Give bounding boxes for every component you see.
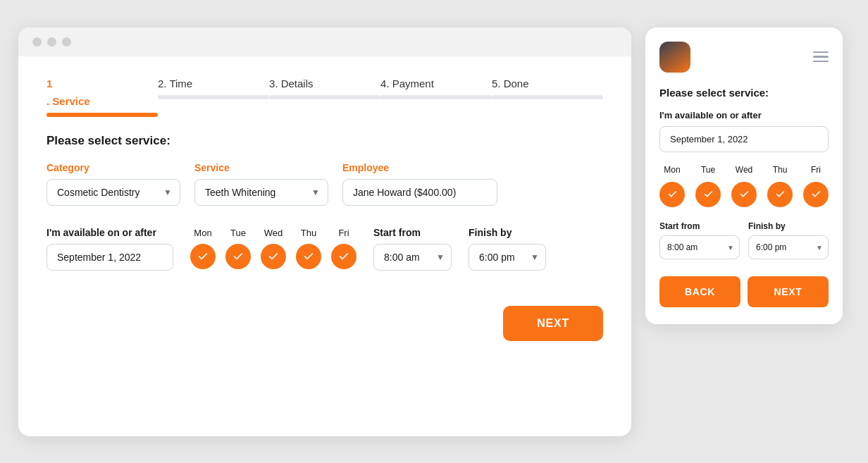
date-group: I'm available on or after: [46, 227, 173, 271]
step-5-bar: [492, 95, 603, 99]
step-4-label: 4. Payment: [380, 78, 492, 89]
step-2: 2. Time: [158, 78, 269, 117]
start-from-select-wrapper[interactable]: 6:00 am 7:00 am 8:00 am 9:00 am 10:00 am…: [373, 244, 452, 271]
sidebar-start-group: Start from 6:00 am 7:00 am 8:00 am 9:00 …: [659, 221, 740, 259]
category-select[interactable]: Cosmetic Dentistry General Dentistry Ort…: [46, 179, 180, 206]
day-label-mon: Mon: [190, 228, 216, 238]
step-3-bar: [269, 95, 380, 99]
days-group: Mon Tue Wed Thu Fri: [190, 228, 356, 269]
sidebar-time-row: Start from 6:00 am 7:00 am 8:00 am 9:00 …: [659, 221, 829, 259]
step-3-label: 3. Details: [269, 78, 380, 89]
day-circle-thu[interactable]: [296, 244, 321, 269]
start-from-label: Start from: [373, 227, 452, 238]
employee-field-group: Employee Jane Howard ($400.00): [342, 162, 497, 206]
finish-by-select-wrapper[interactable]: 4:00 pm 5:00 pm 6:00 pm 7:00 pm 8:00 pm …: [469, 244, 546, 271]
booking-panel: 1 . Service 2. Time 3. Details 4. Paymen…: [18, 27, 631, 436]
day-label-tue: Tue: [225, 228, 251, 238]
step-4-bar: [380, 95, 492, 99]
next-btn-row: NEXT: [46, 306, 603, 341]
employee-value: Jane Howard ($400.00): [342, 179, 497, 206]
finish-by-label: Finish by: [469, 227, 546, 238]
day-label-fri: Fri: [331, 228, 356, 238]
employee-label: Employee: [342, 162, 497, 173]
sidebar-day-label-mon: Mon: [659, 165, 685, 175]
sidebar-day-label-tue: Tue: [695, 165, 721, 175]
sidebar-day-circle-mon[interactable]: [659, 182, 685, 207]
service-field-group: Service Teeth Whitening Dental Cleaning …: [194, 162, 328, 206]
browser-dot-2: [47, 37, 56, 47]
sidebar-day-circle-wed[interactable]: [731, 182, 757, 207]
section-title: Please select service:: [46, 134, 603, 148]
browser-bar: [18, 27, 631, 56]
dropdowns-row: Category Cosmetic Dentistry General Dent…: [46, 162, 603, 206]
sidebar-section-title: Please select service:: [659, 87, 829, 99]
sidebar-finish-select[interactable]: 4:00 pm 5:00 pm 6:00 pm 7:00 pm: [748, 235, 829, 259]
day-circle-fri[interactable]: [331, 244, 356, 269]
day-circle-mon[interactable]: [190, 244, 216, 269]
browser-dot-1: [32, 37, 42, 47]
sidebar-start-select[interactable]: 6:00 am 7:00 am 8:00 am 9:00 am: [659, 235, 740, 259]
day-label-wed: Wed: [261, 228, 286, 238]
sidebar-panel: Please select service: I'm available on …: [645, 27, 843, 324]
step-5-label: 5. Done: [492, 78, 603, 89]
category-label: Category: [46, 162, 180, 173]
sidebar-logo: [659, 42, 690, 73]
sidebar-start-label: Start from: [659, 221, 740, 231]
next-button[interactable]: NEXT: [503, 306, 603, 341]
step-1: 1 . Service: [46, 78, 158, 117]
sidebar-start-select-wrapper[interactable]: 6:00 am 7:00 am 8:00 am 9:00 am ▼: [659, 235, 740, 259]
sidebar-finish-group: Finish by 4:00 pm 5:00 pm 6:00 pm 7:00 p…: [748, 221, 829, 259]
finish-by-group: Finish by 4:00 pm 5:00 pm 6:00 pm 7:00 p…: [469, 227, 546, 271]
step-5: 5. Done: [492, 78, 603, 117]
sidebar-date-input[interactable]: [659, 126, 829, 152]
step-1-bar: [46, 113, 158, 117]
sidebar-finish-label: Finish by: [748, 221, 829, 231]
step-4: 4. Payment: [380, 78, 492, 117]
step-2-bar: [158, 95, 269, 99]
start-from-group: Start from 6:00 am 7:00 am 8:00 am 9:00 …: [373, 227, 452, 271]
back-button[interactable]: BACK: [659, 276, 740, 307]
service-select-wrapper[interactable]: Teeth Whitening Dental Cleaning Cavity F…: [194, 179, 328, 206]
day-circle-wed[interactable]: [261, 244, 286, 269]
sidebar-day-circle-fri[interactable]: [803, 182, 829, 207]
hamburger-icon[interactable]: [813, 51, 829, 63]
step-3: 3. Details: [269, 78, 380, 117]
sidebar-header: [659, 42, 829, 73]
sidebar-day-label-thu: Thu: [767, 165, 793, 175]
browser-dot-3: [62, 37, 71, 47]
category-field-group: Category Cosmetic Dentistry General Dent…: [46, 162, 180, 206]
sidebar-buttons-row: BACK NEXT: [659, 276, 829, 307]
avail-label: I'm available on or after: [46, 227, 173, 238]
sidebar-day-label-wed: Wed: [731, 165, 757, 175]
steps-row: 1 . Service 2. Time 3. Details 4. Paymen…: [46, 78, 603, 117]
category-select-wrapper[interactable]: Cosmetic Dentistry General Dentistry Ort…: [46, 179, 180, 206]
sidebar-day-label-fri: Fri: [803, 165, 829, 175]
day-label-thu: Thu: [296, 228, 321, 238]
step-1-label: 1: [46, 78, 158, 89]
step-1-text: . Service: [46, 95, 90, 107]
sidebar-day-circle-tue[interactable]: [695, 182, 721, 207]
availability-row: I'm available on or after Mon Tue Wed Th…: [46, 227, 603, 271]
sidebar-next-button[interactable]: NEXT: [748, 276, 829, 307]
sidebar-finish-select-wrapper[interactable]: 4:00 pm 5:00 pm 6:00 pm 7:00 pm ▼: [748, 235, 829, 259]
sidebar-days-labels: Mon Tue Wed Thu Fri: [659, 165, 829, 175]
sidebar-avail-label: I'm available on or after: [659, 110, 829, 121]
sidebar-day-circles: [659, 182, 829, 207]
finish-by-select[interactable]: 4:00 pm 5:00 pm 6:00 pm 7:00 pm 8:00 pm: [469, 244, 546, 271]
service-select[interactable]: Teeth Whitening Dental Cleaning Cavity F…: [194, 179, 328, 206]
day-circles: [190, 244, 356, 269]
start-from-select[interactable]: 6:00 am 7:00 am 8:00 am 9:00 am 10:00 am: [373, 244, 452, 271]
date-input[interactable]: [46, 244, 173, 271]
sidebar-day-circle-thu[interactable]: [767, 182, 793, 207]
service-label: Service: [194, 162, 328, 173]
day-circle-tue[interactable]: [225, 244, 251, 269]
step-2-label: 2. Time: [158, 78, 269, 89]
days-labels: Mon Tue Wed Thu Fri: [190, 228, 356, 238]
